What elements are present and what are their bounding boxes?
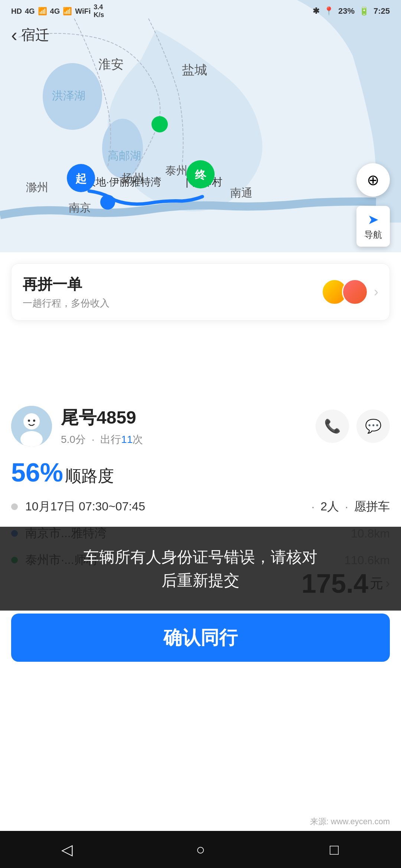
phone-icon: 📞 [324,418,341,434]
status-left-icons: HD 4G 📶 4G 📶 WiFi 3.4K/s [11,3,104,19]
crosshair-icon: ⊕ [367,171,379,188]
reride-info: 再拼一单 一趟行程，多份收入 [23,274,322,310]
trip-passengers: 2人 [320,499,339,515]
toast-message: 车辆所有人身份证号错误，请核对后重新提交 [22,545,379,592]
status-bar: HD 4G 📶 4G 📶 WiFi 3.4K/s ✱ 📍 23% 🔋 7:25 [0,0,401,22]
back-nav-button[interactable]: ◁ [52,835,82,864]
svg-text:盐城: 盐城 [182,63,207,77]
toast-notification: 车辆所有人身份证号错误，请核对后重新提交 [0,527,401,611]
location-button[interactable]: ⊕ [356,163,390,197]
svg-point-25 [33,420,35,422]
svg-text:淮安: 淮安 [98,57,124,71]
svg-text:滁州: 滁州 [26,181,48,193]
detour-section: 56% 顺路度 [0,454,401,499]
confirm-button[interactable]: 确认同行 [11,614,390,662]
svg-text:洪泽湖: 洪泽湖 [52,89,85,102]
back-arrow-icon: ‹ [11,24,17,46]
message-icon: 💬 [365,418,382,434]
reride-title: 再拼一单 [23,274,322,295]
driver-info: 尾号4859 5.0分 · 出行11次 [61,406,316,447]
driver-plate: 尾号4859 [61,406,316,430]
trip-datetime: 10月17日 07:30~07:45 [25,499,305,515]
back-nav-icon: ◁ [61,841,73,858]
svg-point-22 [23,413,40,430]
map-container: 淮安 盐城 洪泽湖 高邮湖 扬州 泰州 滁州 南京 南通 大地·伊丽雅特湾 | … [0,0,401,267]
svg-text:终: 终 [195,169,206,181]
reride-card[interactable]: 再拼一单 一趟行程，多份收入 › [11,263,390,320]
bottom-panel: 再拼一单 一趟行程，多份收入 › 车辆所有人身份证号错误，请核对后重新提交 [0,252,401,868]
trip-datetime-row: 10月17日 07:30~07:45 · 2人 · 愿拼车 [11,499,390,515]
driver-trips-suffix: 次 [133,434,143,445]
svg-point-23 [20,431,43,447]
datetime-dot [11,503,18,510]
phone-button[interactable]: 📞 [316,410,349,443]
trip-carpool: 愿拼车 [354,499,390,515]
driver-avatar [11,406,52,447]
battery-percent: 23% [338,6,355,16]
svg-point-19 [100,195,115,210]
back-button[interactable]: ‹ 宿迁 [11,24,49,46]
nav-label: 导航 [364,229,382,241]
avatar-2 [342,279,368,305]
watermark: 来源: www.eycen.com [310,816,390,827]
driver-stats: 5.0分 · 出行11次 [61,433,316,447]
driver-actions: 📞 💬 [316,410,390,443]
svg-point-24 [28,420,30,422]
svg-point-2 [102,119,143,178]
svg-text:起: 起 [75,172,87,185]
navigation-button[interactable]: ➤ 导航 [356,206,390,247]
reride-subtitle: 一趟行程，多份收入 [23,297,322,310]
driver-trips-prefix: 出行 [100,434,121,445]
time-display: 7:25 [374,6,390,16]
bluetooth-icon: ✱ [313,6,319,16]
driver-score: 5.0分 [61,434,86,445]
detour-percent: 56% [11,458,63,487]
confirm-label: 确认同行 [163,625,238,650]
avatar-group [322,279,368,305]
reride-arrow: › [374,284,378,300]
svg-text:南通: 南通 [230,187,252,199]
svg-text:南京: 南京 [69,201,91,214]
detour-label: 顺路度 [65,467,114,485]
back-label: 宿迁 [21,26,49,45]
driver-trips-count: 11 [121,434,133,445]
svg-text:大地·伊丽雅特湾: 大地·伊丽雅特湾 [85,176,161,188]
nav-arrow-icon: ➤ [368,212,379,227]
driver-card: 尾号4859 5.0分 · 出行11次 📞 💬 [0,395,401,454]
status-right: ✱ 📍 23% 🔋 7:25 [313,6,390,16]
battery-icon: 🔋 [359,6,369,16]
svg-point-20 [151,116,168,132]
recents-nav-button[interactable]: □ [319,835,349,864]
location-icon: 📍 [324,6,334,16]
home-nav-icon: ○ [196,841,205,858]
home-nav-button[interactable]: ○ [186,835,215,864]
bottom-navigation: ◁ ○ □ [0,831,401,868]
svg-text:高邮湖: 高邮湖 [108,149,141,162]
reride-avatars: › [322,279,378,305]
message-button[interactable]: 💬 [356,410,390,443]
svg-text:泰州: 泰州 [165,164,188,177]
recents-nav-icon: □ [330,841,339,858]
